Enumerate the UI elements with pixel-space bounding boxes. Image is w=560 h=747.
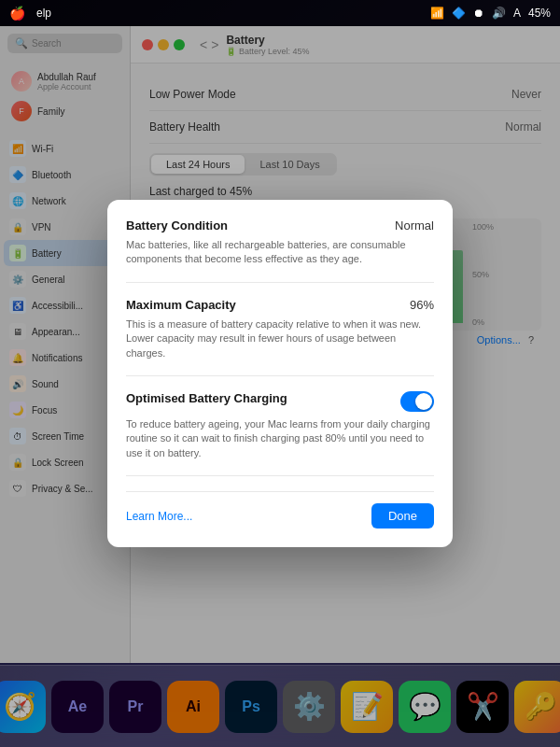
modal-footer: Learn More... Done [126,491,434,529]
battery-health-modal: Battery Condition Normal Mac batteries, … [107,200,453,547]
menu-bar: 🍎 elp 📶 🔷 ⏺ 🔊 A 45% [0,0,560,26]
maximum-capacity-title: Maximum Capacity [126,298,236,312]
battery-condition-description: Mac batteries, like all rechargeable bat… [126,238,434,267]
optimised-charging-title: Optimised Battery Charging [126,391,287,405]
maximum-capacity-value: 96% [410,298,434,312]
input-source-indicator: A [513,7,521,20]
battery-condition-value: Normal [395,218,434,233]
toggle-knob [415,393,432,410]
apple-menu[interactable]: 🍎 [9,6,25,21]
optimised-charging-header: Optimised Battery Charging [126,391,434,412]
optimised-charging-description: To reduce battery ageing, your Mac learn… [126,417,434,460]
menu-bar-right: 📶 🔷 ⏺ 🔊 A 45% [430,7,551,20]
battery-condition-header: Battery Condition Normal [126,218,434,233]
maximum-capacity-description: This is a measure of battery capacity re… [126,317,434,360]
volume-icon[interactable]: 🔊 [492,7,506,20]
optimised-charging-toggle[interactable] [400,391,434,412]
done-button[interactable]: Done [371,503,434,529]
battery-percentage: 45% [528,7,551,20]
menu-bar-app-label: elp [36,7,51,20]
battery-condition-section: Battery Condition Normal Mac batteries, … [126,218,434,283]
focus-icon[interactable]: ⏺ [473,7,484,20]
learn-more-button[interactable]: Learn More... [126,510,192,523]
battery-condition-title: Battery Condition [126,218,228,233]
battery-health-modal-overlay: Battery Condition Normal Mac batteries, … [0,0,560,747]
maximum-capacity-header: Maximum Capacity 96% [126,298,434,312]
wifi-icon[interactable]: 📶 [430,7,444,20]
bluetooth-icon[interactable]: 🔷 [452,7,466,20]
menu-bar-left: 🍎 elp [9,6,51,21]
maximum-capacity-section: Maximum Capacity 96% This is a measure o… [126,298,434,376]
optimised-charging-section: Optimised Battery Charging To reduce bat… [126,391,434,476]
